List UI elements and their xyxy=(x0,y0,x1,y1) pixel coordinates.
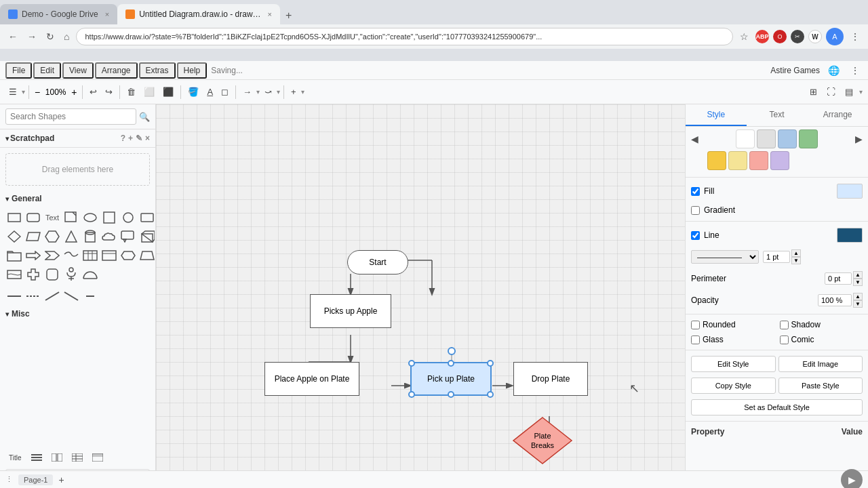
shape-hexagon[interactable] xyxy=(43,228,61,245)
shape-line-short[interactable] xyxy=(81,287,99,305)
opacity-field[interactable] xyxy=(818,294,852,306)
opacity-up[interactable]: ▲ xyxy=(853,293,863,300)
user-avatar[interactable]: A xyxy=(826,28,844,45)
menu-arrange[interactable]: Arrange xyxy=(95,62,138,79)
shape-table[interactable] xyxy=(81,247,99,264)
scratchpad-close[interactable]: × xyxy=(145,134,150,143)
view-table[interactable] xyxy=(68,451,86,464)
set-default-button[interactable]: Set as Default Style xyxy=(691,399,863,415)
color-prev-button[interactable]: ◀ xyxy=(688,131,701,147)
zoom-out-button[interactable]: − xyxy=(33,86,42,98)
shape-start[interactable]: Start xyxy=(347,250,408,274)
fill-color-button[interactable]: 🪣 xyxy=(184,85,202,99)
browser-tab-gdrive[interactable]: Demo - Google Drive × xyxy=(0,4,117,24)
shape-text[interactable]: Text xyxy=(43,209,61,226)
shape-rounded-rect2[interactable] xyxy=(43,266,61,283)
tab-arrange[interactable]: Arrange xyxy=(807,104,868,126)
extension-3[interactable]: ✂ xyxy=(791,30,804,43)
handle-bm[interactable] xyxy=(448,391,454,398)
shape-line-dashed[interactable] xyxy=(24,287,42,305)
shape-plate-breaks-container[interactable]: PlateBreaks xyxy=(515,419,570,462)
sidebar-right-toggle[interactable]: ▤ xyxy=(842,85,856,99)
comic-checkbox[interactable] xyxy=(780,336,789,344)
shadow-checkbox[interactable] xyxy=(780,321,789,329)
back-button[interactable]: ← xyxy=(5,30,20,43)
swatch-pink[interactable] xyxy=(749,151,768,170)
drag-elements-area[interactable]: Drag elements here xyxy=(5,153,150,186)
shape-small-rect2[interactable] xyxy=(138,209,156,226)
line-width-down[interactable]: ▼ xyxy=(791,257,801,264)
connection-button[interactable]: → xyxy=(239,85,255,99)
glass-checkbox[interactable] xyxy=(691,336,700,344)
new-tab-button[interactable]: + xyxy=(280,7,297,24)
extension-2[interactable]: O xyxy=(773,30,787,43)
fit-page-button[interactable]: ⊞ xyxy=(806,85,821,99)
edit-image-button[interactable]: Edit Image xyxy=(778,356,863,372)
extension-abp[interactable]: ABP xyxy=(755,30,769,43)
fullscreen-button[interactable]: ⛶ xyxy=(823,85,839,99)
opacity-down[interactable]: ▼ xyxy=(853,300,863,308)
global-icon[interactable]: 🌐 xyxy=(825,64,842,77)
swatch-yellow[interactable] xyxy=(707,151,726,170)
color-next-button[interactable]: ▶ xyxy=(852,131,865,147)
browser-tab-drawio[interactable]: Untitled Diagram.draw.io - draw… × xyxy=(117,4,280,24)
shape-place-apple[interactable]: Place Apple on Plate xyxy=(264,362,359,396)
panels-toggle[interactable]: ☰ xyxy=(5,85,20,99)
shape-folder[interactable] xyxy=(5,247,23,264)
general-section-header[interactable]: ▾ General xyxy=(0,191,155,206)
shape-cylinder[interactable] xyxy=(81,228,99,245)
shape-rect[interactable] xyxy=(5,209,23,226)
shape-pickup-plate[interactable]: Pick up Plate xyxy=(410,362,492,396)
shape-small-circle[interactable] xyxy=(119,209,137,226)
search-shapes-input[interactable] xyxy=(5,108,136,125)
more-options-button[interactable]: ⋮ xyxy=(5,475,13,484)
swatch-blue[interactable] xyxy=(778,129,797,148)
shape-cross[interactable] xyxy=(24,266,42,283)
extension-w[interactable]: W xyxy=(808,30,822,43)
menu-edit[interactable]: Edit xyxy=(33,62,61,79)
line-color-swatch[interactable] xyxy=(837,228,863,243)
rounded-checkbox[interactable] xyxy=(691,321,700,329)
home-button[interactable]: ⌂ xyxy=(61,30,72,43)
shape-table2[interactable] xyxy=(100,247,118,264)
address-bar[interactable] xyxy=(76,28,733,45)
shape-line-solid[interactable] xyxy=(5,287,23,305)
swatch-white[interactable] xyxy=(736,129,755,148)
scratchpad-help[interactable]: ? xyxy=(121,134,125,143)
shape-small-rect[interactable] xyxy=(100,209,118,226)
menu-file[interactable]: File xyxy=(5,62,32,79)
scratchpad-edit[interactable]: ✎ xyxy=(136,134,142,143)
shape-drop-plate[interactable]: Drop Plate xyxy=(513,362,588,396)
handle-tm[interactable] xyxy=(448,360,454,367)
view-table2[interactable] xyxy=(89,451,106,464)
swatch-lavender[interactable] xyxy=(770,151,789,170)
rotate-handle[interactable] xyxy=(448,347,456,355)
tab-style[interactable]: Style xyxy=(686,104,747,126)
play-button[interactable]: ▶ xyxy=(841,469,863,489)
shape-diamond[interactable] xyxy=(5,228,23,245)
menu-extras[interactable]: Extras xyxy=(139,62,176,79)
to-front-button[interactable]: ⬜ xyxy=(140,85,158,99)
shape-callout[interactable] xyxy=(119,228,137,245)
shape-line-diagonal2[interactable] xyxy=(62,287,80,305)
tab-text[interactable]: Text xyxy=(747,104,808,126)
swatch-light-gray[interactable] xyxy=(757,129,776,148)
handle-tr[interactable] xyxy=(487,360,494,367)
shape-parallelogram[interactable] xyxy=(24,228,42,245)
view-tile[interactable]: Title xyxy=(5,451,25,464)
perimeter-down[interactable]: ▼ xyxy=(853,279,863,286)
line-width-up[interactable]: ▲ xyxy=(791,249,801,257)
search-button[interactable]: 🔍 xyxy=(139,112,150,122)
copy-style-button[interactable]: Copy Style xyxy=(691,378,776,394)
shape-process[interactable] xyxy=(119,247,137,264)
forward-button[interactable]: → xyxy=(24,30,39,43)
handle-br[interactable] xyxy=(487,391,494,398)
shape-picks-apple[interactable]: Picks up Apple xyxy=(310,294,391,328)
shape-triangle[interactable] xyxy=(62,228,80,245)
redo-button[interactable]: ↪ xyxy=(102,85,116,99)
gradient-checkbox[interactable] xyxy=(691,206,700,215)
handle-tl[interactable] xyxy=(408,360,415,367)
perimeter-field[interactable] xyxy=(825,272,852,285)
shape-line-diagonal1[interactable] xyxy=(43,287,61,305)
add-page-button[interactable]: + xyxy=(58,474,64,485)
